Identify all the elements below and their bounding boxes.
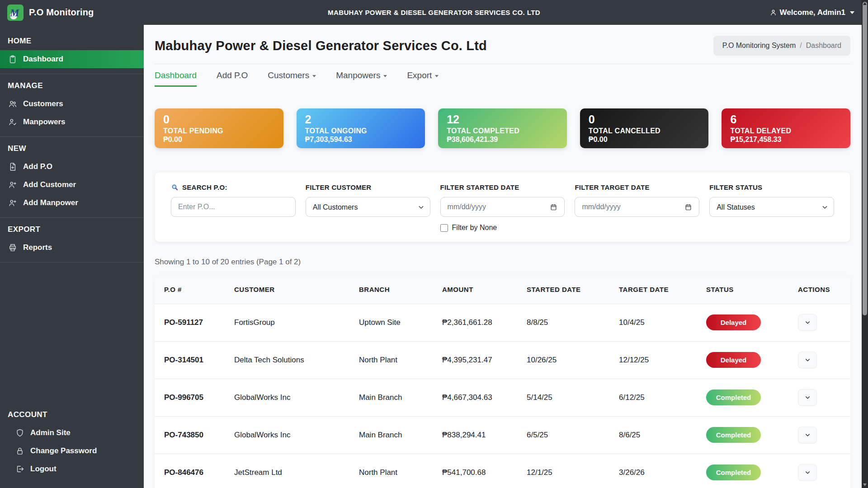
people-icon	[8, 99, 17, 108]
tab-customers[interactable]: Customers	[268, 70, 316, 85]
logout-icon	[15, 465, 24, 474]
printer-icon	[8, 243, 17, 252]
divider	[0, 217, 144, 218]
sidebar-item-customers[interactable]: Customers	[0, 95, 144, 113]
shield-icon	[15, 428, 24, 437]
filter-status-field: FILTER STATUS All Statuses	[709, 183, 834, 232]
lock-icon	[15, 446, 24, 455]
target-date-input[interactable]: mm/dd/yyyy	[575, 197, 699, 217]
sidebar-item-dashboard[interactable]: Dashboard	[0, 50, 144, 68]
row-actions-button[interactable]	[798, 352, 817, 368]
table-row: PO-591127 FortisGroup Uptown Site ₱2,361…	[155, 304, 850, 341]
svg-text:M: M	[9, 7, 20, 19]
person-plus-icon	[8, 180, 17, 189]
filter-target-date-field: FILTER TARGET DATE mm/dd/yyyy	[575, 183, 699, 232]
divider	[0, 74, 144, 74]
status-badge: Delayed	[706, 352, 761, 368]
vertical-scrollbar[interactable]	[862, 0, 868, 488]
sidebar-item-add-po[interactable]: Add P.O	[0, 158, 144, 176]
po-table: P.O # CUSTOMER BRANCH AMOUNT STARTED DAT…	[155, 276, 850, 488]
table-row: PO-743850 GlobalWorks Inc Main Branch ₱8…	[155, 416, 850, 454]
sidebar-section-account: ACCOUNT	[0, 408, 144, 424]
search-po-field: SEARCH P.O:	[171, 183, 296, 232]
chevron-down-icon	[850, 11, 854, 14]
tab-manpowers[interactable]: Manpowers	[336, 70, 387, 85]
app-logo-icon: M	[7, 5, 24, 21]
status-badge: Completed	[706, 389, 761, 405]
company-title: MABUHAY POWER & DIESEL GENERATOR SERVICE…	[328, 9, 540, 16]
breadcrumb: P.O Monitoring System / Dashboard	[713, 36, 850, 56]
started-date-input[interactable]: mm/dd/yyyy	[440, 197, 565, 217]
breadcrumb-separator: /	[800, 42, 802, 50]
chevron-down-icon	[804, 319, 811, 326]
sidebar-item-add-manpower[interactable]: Add Manpower	[0, 194, 144, 212]
sidebar-item-admin-site[interactable]: Admin Site	[0, 424, 144, 442]
col-actions: ACTIONS	[798, 276, 850, 304]
search-input[interactable]	[171, 197, 296, 217]
row-actions-button[interactable]	[798, 427, 817, 443]
stat-card-completed: 12 TOTAL COMPLETED ₱38,606,421.39	[438, 108, 567, 148]
sidebar-item-change-password[interactable]: Change Password	[0, 442, 144, 460]
chevron-down-icon	[804, 469, 811, 476]
row-actions-button[interactable]	[798, 464, 817, 481]
divider	[0, 136, 144, 137]
sidebar-section-export: EXPORT	[0, 223, 144, 239]
welcome-label: Welcome, Admin1	[780, 8, 845, 17]
row-actions-button[interactable]	[798, 389, 817, 406]
brand-name: P.O Monitoring	[29, 7, 94, 18]
stat-cards: 0 TOTAL PENDING ₱0.00 2 TOTAL ONGOING ₱7…	[155, 108, 850, 148]
status-select[interactable]: All Statuses	[709, 197, 834, 217]
col-branch: BRANCH	[359, 276, 442, 304]
breadcrumb-root[interactable]: P.O Monitoring System	[722, 42, 796, 50]
person-plus-icon	[8, 198, 17, 207]
user-menu[interactable]: Welcome, Admin1	[769, 8, 854, 17]
sidebar-section-manage: MANAGE	[0, 80, 144, 95]
stat-card-cancelled: 0 TOTAL CANCELLED ₱0.00	[580, 108, 709, 148]
search-label: SEARCH P.O:	[182, 183, 227, 191]
chevron-down-icon	[804, 394, 811, 401]
filter-started-date-field: FILTER STARTED DATE mm/dd/yyyy Filter by…	[440, 183, 565, 232]
sidebar-item-manpowers[interactable]: Manpowers	[0, 113, 144, 131]
table-row: PO-846476 JetStream Ltd North Plant ₱541…	[155, 454, 850, 488]
filter-by-none-checkbox[interactable]	[440, 224, 448, 232]
calendar-icon[interactable]	[684, 203, 692, 211]
divider	[155, 64, 850, 64]
table-row: PO-314501 Delta Tech Solutions North Pla…	[155, 341, 850, 379]
entries-summary: Showing 1 to 10 of 20 entries (Page 1 of…	[155, 258, 850, 267]
filter-status-label: FILTER STATUS	[709, 183, 762, 191]
brand[interactable]: M P.O Monitoring	[7, 5, 94, 21]
table-header-row: P.O # CUSTOMER BRANCH AMOUNT STARTED DAT…	[155, 276, 850, 304]
col-customer: CUSTOMER	[234, 276, 359, 304]
filter-target-label: FILTER TARGET DATE	[575, 183, 649, 191]
stat-card-delayed: 6 TOTAL DELAYED ₱15,217,458.33	[722, 108, 850, 148]
tab-add-po[interactable]: Add P.O	[217, 70, 248, 85]
person-check-icon	[8, 117, 17, 127]
col-target: TARGET DATE	[619, 276, 706, 304]
top-navbar: M P.O Monitoring MABUHAY POWER & DIESEL …	[0, 0, 868, 25]
main-content: Mabuhay Power & Diesel Generator Service…	[144, 25, 862, 488]
filter-started-label: FILTER STARTED DATE	[440, 183, 519, 191]
calendar-icon[interactable]	[550, 203, 557, 211]
row-actions-button[interactable]	[798, 314, 817, 331]
sidebar-section-new: NEW	[0, 142, 144, 158]
filter-customer-label: FILTER CUSTOMER	[306, 183, 372, 191]
stat-card-pending: 0 TOTAL PENDING ₱0.00	[155, 108, 283, 148]
filter-panel: SEARCH P.O: FILTER CUSTOMER All Customer…	[155, 172, 850, 242]
filter-customer-field: FILTER CUSTOMER All Customers	[306, 183, 430, 232]
sidebar-item-add-customer[interactable]: Add Customer	[0, 176, 144, 194]
chevron-down-icon	[804, 357, 811, 363]
chevron-down-icon	[435, 75, 439, 77]
scroll-up-arrow-icon[interactable]	[863, 2, 867, 5]
chevron-down-icon	[804, 432, 811, 438]
scroll-down-arrow-icon[interactable]	[863, 483, 867, 486]
tab-dashboard[interactable]: Dashboard	[155, 70, 197, 87]
sidebar-item-logout[interactable]: Logout	[0, 460, 144, 478]
scrollbar-thumb[interactable]	[863, 2, 867, 315]
table-row: PO-996705 GlobalWorks Inc Main Branch ₱4…	[155, 379, 850, 416]
person-icon	[769, 9, 777, 16]
chevron-down-icon	[383, 75, 387, 77]
tab-export[interactable]: Export	[407, 70, 439, 85]
customer-select[interactable]: All Customers	[306, 197, 430, 217]
search-icon	[171, 183, 179, 191]
sidebar-item-reports[interactable]: Reports	[0, 239, 144, 257]
